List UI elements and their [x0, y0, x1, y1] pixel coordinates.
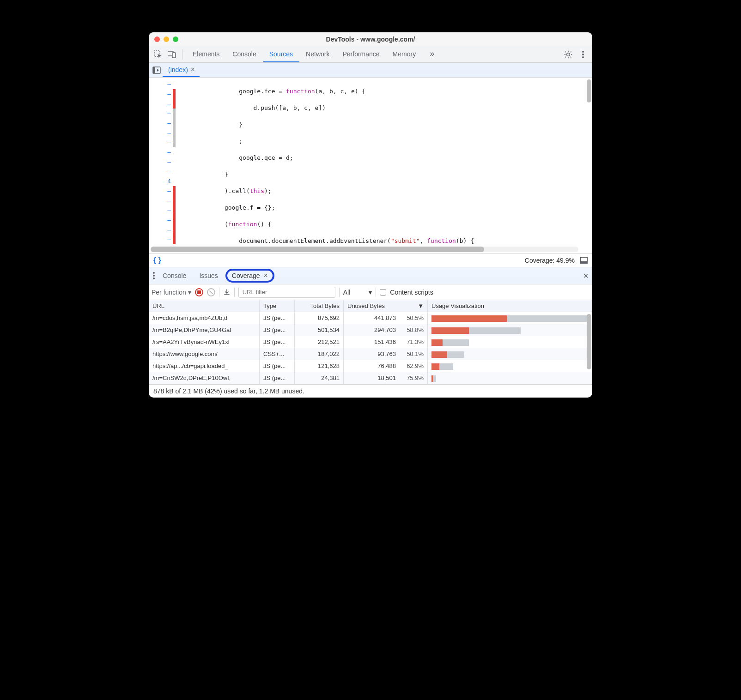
cell-unused: 294,70358.8% — [344, 324, 428, 336]
coverage-mode-label: Per function — [152, 289, 186, 296]
drawer-tab-console[interactable]: Console — [157, 267, 192, 284]
gutter-line: – — [149, 225, 177, 235]
gutter-line: – — [149, 215, 177, 225]
cell-url: /m=cdos,hsm,jsa,mb4ZUb,d — [149, 312, 260, 324]
cell-unused: 18,50175.9% — [344, 372, 428, 384]
svg-rect-7 — [153, 67, 155, 73]
coverage-row[interactable]: /m=cdos,hsm,jsa,mb4ZUb,dJS (pe...875,692… — [149, 312, 592, 324]
cell-viz — [428, 324, 592, 336]
gutter-line: – — [149, 157, 177, 167]
cell-type: JS (pe... — [260, 312, 295, 324]
coverage-row[interactable]: /rs=AA2YrTvBynad-nWEy1xlJS (pe...212,521… — [149, 336, 592, 348]
url-filter-input[interactable] — [238, 287, 335, 298]
toggle-detail-icon[interactable] — [580, 257, 588, 264]
file-tab-label: (index) — [168, 66, 188, 73]
gutter-line: – — [149, 235, 177, 244]
main-tabs: ElementsConsoleSourcesNetworkPerformance… — [186, 46, 422, 62]
gutter-line: – — [149, 99, 177, 109]
main-tab-elements[interactable]: Elements — [186, 46, 226, 62]
cell-total: 875,692 — [295, 312, 344, 324]
drawer-tab-issues[interactable]: Issues — [194, 267, 223, 284]
gutter-line: – — [149, 79, 177, 89]
cell-unused: 93,76350.1% — [344, 348, 428, 360]
coverage-row[interactable]: /m=B2qlPe,DhPYme,GU4GalJS (pe...501,5342… — [149, 324, 592, 336]
inspect-element-icon[interactable] — [152, 48, 164, 61]
gutter-line: – — [149, 128, 177, 138]
coverage-tab-label: Coverage — [232, 272, 260, 279]
coverage-table: URL Type Total Bytes Unused Bytes ▼ Usag… — [149, 300, 592, 398]
col-total[interactable]: Total Bytes — [295, 300, 344, 312]
separator — [182, 49, 182, 60]
cell-type: CSS+... — [260, 348, 295, 360]
gutter: ––––––––––4–––––– — [149, 78, 177, 253]
show-navigator-icon[interactable] — [151, 64, 163, 76]
main-tab-bar: ElementsConsoleSourcesNetworkPerformance… — [149, 46, 592, 63]
overflow-tabs-button[interactable]: » — [423, 49, 441, 60]
close-coverage-tab-icon[interactable]: × — [264, 272, 268, 280]
main-tab-network[interactable]: Network — [299, 46, 336, 62]
col-viz[interactable]: Usage Visualization — [428, 300, 592, 312]
clear-button[interactable] — [207, 288, 215, 296]
horizontal-scrollbar[interactable] — [151, 247, 578, 252]
settings-icon[interactable] — [562, 48, 575, 61]
cell-viz — [428, 372, 592, 384]
main-tab-console[interactable]: Console — [226, 46, 262, 62]
cell-type: JS (pe... — [260, 336, 295, 348]
gutter-line: – — [149, 109, 177, 118]
coverage-mode-select[interactable]: Per function ▾ — [152, 289, 191, 296]
cell-url: /m=B2qlPe,DhPYme,GU4Gal — [149, 324, 260, 336]
col-unused[interactable]: Unused Bytes ▼ — [344, 300, 428, 312]
coverage-summary: 878 kB of 2.1 MB (42%) used so far, 1.2 … — [149, 384, 592, 398]
vertical-scrollbar[interactable] — [587, 79, 591, 103]
cell-url: /m=CnSW2d,DPreE,P10Owf, — [149, 372, 260, 384]
cell-url: https://www.google.com/ — [149, 348, 260, 360]
cell-unused: 151,43671.3% — [344, 336, 428, 348]
type-filter-select[interactable]: All ▾ — [343, 289, 372, 296]
cell-url: https://ap.../cb=gapi.loaded_ — [149, 360, 260, 372]
separator — [376, 288, 376, 297]
main-tab-performance[interactable]: Performance — [336, 46, 386, 62]
pretty-print-icon[interactable]: { } — [153, 256, 161, 265]
close-drawer-icon[interactable]: × — [583, 271, 589, 281]
gutter-line: – — [149, 147, 177, 157]
file-tab-index[interactable]: (index) × — [163, 63, 200, 77]
svg-point-4 — [582, 54, 584, 55]
cell-unused: 441,87350.5% — [344, 312, 428, 324]
drawer-tab-coverage[interactable]: Coverage × — [225, 269, 274, 283]
content-scripts-label: Content scripts — [390, 289, 433, 296]
export-icon[interactable] — [223, 289, 231, 296]
code-area[interactable]: google.fce = function(a, b, c, e) { d.pu… — [177, 78, 592, 253]
device-toolbar-icon[interactable] — [165, 48, 178, 61]
coverage-row[interactable]: https://ap.../cb=gapi.loaded_JS (pe...12… — [149, 360, 592, 372]
coverage-row[interactable]: /m=CnSW2d,DPreE,P10Owf,JS (pe...24,38118… — [149, 372, 592, 384]
coverage-table-header: URL Type Total Bytes Unused Bytes ▼ Usag… — [149, 300, 592, 312]
cell-viz — [428, 360, 592, 372]
type-filter-label: All — [343, 289, 351, 296]
cell-total: 212,521 — [295, 336, 344, 348]
separator — [219, 288, 219, 297]
gutter-line: – — [149, 138, 177, 147]
svg-point-9 — [153, 275, 155, 277]
main-tab-memory[interactable]: Memory — [386, 46, 423, 62]
svg-rect-2 — [172, 53, 176, 58]
drawer-more-icon[interactable] — [152, 272, 155, 280]
record-button[interactable] — [195, 288, 203, 296]
titlebar: DevTools - www.google.com/ — [149, 32, 592, 46]
gutter-line: – — [149, 205, 177, 215]
col-type[interactable]: Type — [260, 300, 295, 312]
col-url[interactable]: URL — [149, 300, 260, 312]
svg-point-10 — [153, 278, 155, 279]
main-tab-sources[interactable]: Sources — [263, 46, 299, 62]
content-scripts-checkbox[interactable] — [380, 289, 386, 296]
coverage-scrollbar[interactable] — [587, 314, 591, 369]
close-file-tab-icon[interactable]: × — [191, 66, 195, 74]
chevron-down-icon: ▾ — [188, 289, 191, 296]
more-menu-icon[interactable] — [577, 48, 589, 61]
separator — [234, 288, 235, 297]
cell-total: 501,534 — [295, 324, 344, 336]
gutter-line: 4 — [149, 176, 177, 186]
coverage-row[interactable]: https://www.google.com/CSS+...187,02293,… — [149, 348, 592, 360]
svg-point-5 — [582, 56, 584, 58]
devtools-window: DevTools - www.google.com/ ElementsConso… — [149, 32, 592, 398]
cell-total: 24,381 — [295, 372, 344, 384]
